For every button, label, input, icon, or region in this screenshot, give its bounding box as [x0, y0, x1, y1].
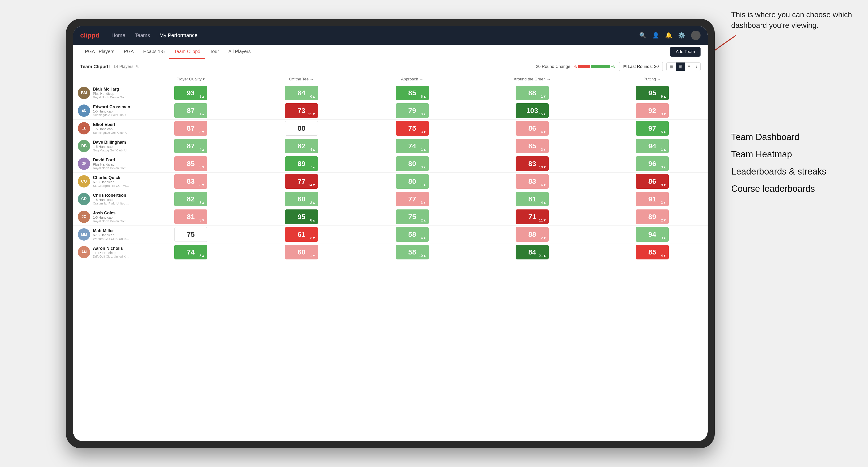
score-box: 81 3▼	[174, 210, 207, 224]
bell-icon[interactable]: 🔔	[665, 32, 672, 39]
score-delta: 3▼	[541, 148, 546, 151]
player-club: Royal North Devon Golf Club, United King…	[93, 219, 131, 223]
add-team-button[interactable]: Add Team	[670, 47, 701, 57]
table-row[interactable]: CQ Charlie Quick 6-10 Handicap St. Georg…	[73, 173, 708, 190]
score-cell-1: 73 11▼	[246, 102, 356, 120]
table-row[interactable]: BM Blair McHarg Plus Handicap Royal Nort…	[73, 84, 708, 102]
annotation-item-1: Team Dashboard	[731, 132, 854, 142]
table-row[interactable]: DB Dave Billingham 1-5 Handicap Gog Mago…	[73, 137, 708, 155]
score-delta: 3▼	[661, 200, 666, 205]
player-club: St. George's Hill GC - Weybridge - Surre…	[93, 184, 131, 187]
table-row[interactable]: MM Matt Miller 6-10 Handicap Woburn Golf…	[73, 226, 708, 243]
score-cell-0: 87 3▼	[135, 120, 246, 137]
view-list-btn[interactable]: ≡	[685, 63, 693, 71]
nav-item-teams[interactable]: Teams	[135, 32, 150, 38]
score-number: 92	[648, 106, 656, 115]
settings-icon[interactable]: ⚙️	[678, 32, 685, 39]
subnav-pgat[interactable]: PGAT Players	[80, 45, 119, 59]
edit-icon[interactable]: ✎	[135, 64, 139, 69]
score-cell-0: 83 3▼	[135, 173, 246, 190]
score-cell-2: 80 3▲	[357, 155, 467, 173]
score-delta: 9▲	[199, 94, 205, 98]
score-cell-3: 71 11▼	[467, 208, 597, 226]
score-cell-2: 80 1▲	[357, 173, 467, 190]
subnav-teamclippd[interactable]: Team Clippd	[169, 45, 205, 59]
view-heatmap-btn[interactable]: ▦	[676, 63, 685, 71]
score-cell-4: 89 2▼	[597, 208, 708, 226]
subnav-hcaps[interactable]: Hcaps 1-5	[138, 45, 169, 59]
table-row[interactable]: EC Edward Crossman 1-5 Handicap Sunningd…	[73, 102, 708, 120]
player-info: Aaron Nicholls 11-15 Handicap Drift Golf…	[93, 246, 131, 258]
player-handicap: 1-5 Handicap	[93, 127, 131, 131]
player-avatar: MM	[78, 228, 90, 241]
score-box: 79 9▲	[396, 103, 429, 118]
score-cell-0: 81 3▼	[135, 208, 246, 226]
player-info: Dave Billingham 1-5 Handicap Gog Magog G…	[93, 140, 131, 152]
player-handicap: Plus Handicap	[93, 162, 131, 166]
player-info: David Ford Plus Handicap Royal North Dev…	[93, 158, 131, 170]
score-cell-0: 74 8▲	[135, 243, 246, 261]
view-grid-btn[interactable]: ▦	[666, 63, 676, 71]
score-delta: 5▲	[661, 130, 666, 134]
score-cell-0: 93 9▲	[135, 84, 246, 102]
score-cell-0: 75	[135, 226, 246, 243]
score-delta: 4▲	[541, 200, 546, 205]
last-rounds-button[interactable]: ⊞ Last Rounds: 20	[619, 62, 663, 71]
score-number: 94	[648, 142, 656, 150]
score-number: 86	[528, 124, 536, 132]
user-icon[interactable]: 👤	[652, 32, 659, 39]
subnav-tour[interactable]: Tour	[205, 45, 224, 59]
player-cell: BM Blair McHarg Plus Handicap Royal Nort…	[75, 85, 133, 101]
score-delta: 2▼	[541, 236, 546, 240]
score-box: 83 3▼	[174, 174, 207, 189]
score-box: 58 4▲	[396, 227, 429, 242]
score-box: 84 6▲	[285, 86, 318, 100]
col-header-quality[interactable]: Player Quality ▾	[135, 74, 246, 84]
score-cell-2: 58 10▲	[357, 243, 467, 261]
score-delta: 21▲	[539, 253, 547, 257]
player-name: Chris Robertson	[93, 193, 131, 198]
search-icon[interactable]: 🔍	[639, 32, 646, 39]
score-delta: 15▲	[539, 112, 547, 116]
view-filter-btn[interactable]: ↕	[693, 63, 700, 71]
table-row[interactable]: EE Elliot Ebert 1-5 Handicap Sunningdale…	[73, 120, 708, 137]
player-avatar: AN	[78, 246, 90, 258]
table-area: Player Quality ▾ Off the Tee → Approach …	[73, 74, 708, 441]
score-box: 97 5▲	[636, 121, 669, 135]
score-box: 75 2▲	[396, 210, 429, 224]
table-row[interactable]: CR Chris Robertson 1-5 Handicap Craigmil…	[73, 190, 708, 208]
player-cell: EC Edward Crossman 1-5 Handicap Sunningd…	[75, 102, 133, 119]
col-header-putting[interactable]: Putting →	[597, 74, 708, 84]
col-header-green[interactable]: Around the Green →	[467, 74, 597, 84]
nav-item-myperformance[interactable]: My Performance	[159, 32, 197, 38]
score-number: 103	[526, 106, 538, 115]
score-number: 85	[528, 142, 536, 150]
player-club: Woburn Golf Club, United Kingdom	[93, 237, 131, 241]
score-delta: 11▼	[308, 112, 316, 116]
score-cell-4: 91 3▼	[597, 190, 708, 208]
table-row[interactable]: DF David Ford Plus Handicap Royal North …	[73, 155, 708, 173]
annotation-item-3: Leaderboards & streaks	[731, 166, 854, 177]
annotation-item-4: Course leaderboards	[731, 184, 854, 194]
score-cell-4: 94 1▲	[597, 137, 708, 155]
score-number: 58	[408, 230, 416, 239]
neg-label: -5	[574, 64, 578, 69]
score-number: 84	[298, 89, 305, 97]
score-delta: 1▲	[661, 148, 666, 151]
score-number: 91	[648, 195, 656, 203]
team-bar: Team Clippd | 14 Players ✎ 20 Round Chan…	[73, 59, 708, 74]
subnav-pga[interactable]: PGA	[119, 45, 138, 59]
nav-item-home[interactable]: Home	[111, 32, 125, 38]
table-row[interactable]: JC Josh Coles 1-5 Handicap Royal North D…	[73, 208, 708, 226]
player-handicap: 6-10 Handicap	[93, 180, 131, 184]
score-cell-3: 83 10▼	[467, 155, 597, 173]
col-header-approach[interactable]: Approach →	[357, 74, 467, 84]
score-delta: 6▼	[541, 183, 546, 187]
avatar[interactable]	[691, 31, 701, 40]
subnav-allplayers[interactable]: All Players	[224, 45, 255, 59]
score-cell-3: 81 4▲	[467, 190, 597, 208]
score-cell-1: 84 6▲	[246, 84, 356, 102]
team-name: Team Clippd	[80, 64, 108, 69]
table-row[interactable]: AN Aaron Nicholls 11-15 Handicap Drift G…	[73, 243, 708, 261]
col-header-tee[interactable]: Off the Tee →	[246, 74, 356, 84]
